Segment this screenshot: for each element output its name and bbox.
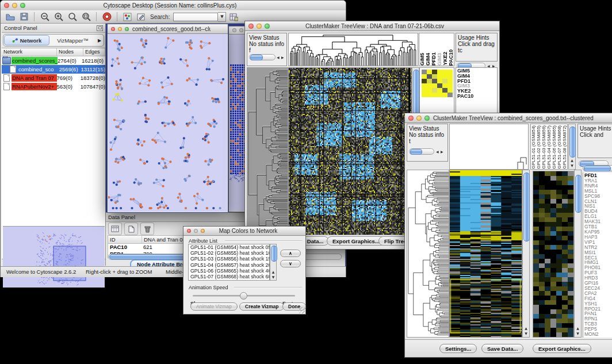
zoom-matrix-canvas[interactable] <box>422 70 453 97</box>
scrollbar-thumb[interactable] <box>523 173 530 242</box>
row-dendrogram-canvas-tv1[interactable] <box>247 68 288 235</box>
resize-grip[interactable] <box>299 307 305 313</box>
row-dendrogram-canvas-tv2[interactable] <box>407 170 449 337</box>
attribute-item[interactable]: GPL51-07 (GSM868) heat shock 60 min <box>190 274 269 279</box>
dialog-titlebar[interactable]: Map Colors to Network <box>183 227 305 236</box>
scroll-right-icon[interactable]: ▶ <box>281 55 284 60</box>
network-row[interactable]: RNAPuberNov2+ 563(0) 107847(0) <box>2 82 105 91</box>
delete-attribute-icon[interactable] <box>140 223 154 235</box>
column-label[interactable]: PAC10 <box>448 49 454 66</box>
scroll-down-icon[interactable]: ▼ <box>576 331 579 336</box>
column-label[interactable]: GIM4 <box>425 53 431 66</box>
treeview2-titlebar[interactable]: ClusterMaker TreeView : combined_scores_… <box>405 113 612 123</box>
column-label[interactable]: GIM3 <box>437 53 442 66</box>
column-label[interactable]: GPL51-07 (GSM868) <box>557 125 562 169</box>
view-status-hscrollbar[interactable] <box>249 54 276 60</box>
slider-thumb[interactable] <box>240 292 247 300</box>
column-label[interactable]: PFD1 <box>431 52 437 66</box>
create-vizmap-button[interactable]: Create Vizmap <box>239 302 284 311</box>
scrollbar-thumb[interactable] <box>584 166 611 171</box>
scroll-down-icon[interactable]: ▼ <box>571 163 573 168</box>
network-row[interactable]: combined_scores_ 2764(0) 16218(0) <box>2 56 105 65</box>
gene-list-hscrollbar[interactable] <box>583 165 612 171</box>
zoom-vscrollbar-tv2[interactable]: ▲▼ <box>574 170 582 338</box>
network-a-canvas[interactable] <box>108 34 227 212</box>
settings-button[interactable]: Settings... <box>439 344 477 353</box>
network-overview-canvas[interactable] <box>3 226 105 288</box>
column-label[interactable]: GPL51-06 (GSM865) <box>552 125 557 169</box>
float-panel-icon[interactable] <box>97 25 103 31</box>
column-label[interactable]: GPL51-01 (GSM854) <box>531 125 536 169</box>
zoom-button[interactable] <box>265 24 270 29</box>
close-button[interactable] <box>248 24 254 29</box>
help-lifering-icon[interactable] <box>101 12 113 22</box>
save-data-button-tv2[interactable]: Save Data... <box>481 344 523 353</box>
scroll-up-icon[interactable]: ▲ <box>272 270 275 274</box>
zoom-out-icon[interactable] <box>39 12 51 22</box>
scroll-down-icon[interactable]: ▼ <box>525 331 527 336</box>
attribute-item[interactable]: GPL51-03 (GSM856) heat shock 15 min <box>190 256 269 262</box>
main-titlebar[interactable]: Cytoscape Desktop (Session Name: collins… <box>1 1 346 11</box>
zoom-button[interactable] <box>424 116 430 121</box>
zoom-button[interactable] <box>201 229 205 233</box>
col-edges[interactable]: Edges <box>83 48 105 56</box>
attribute-item[interactable]: GPL51-01 (GSM854) heat shock 05 min <box>190 244 269 250</box>
column-label[interactable]: GPL51-02 (GSM855) <box>536 125 541 169</box>
network-a-titlebar[interactable]: combined_scores_good.txt--cluste... <box>108 24 228 34</box>
col-nodes[interactable]: Nodes <box>57 48 83 56</box>
zoom-selected-icon[interactable] <box>66 12 78 22</box>
column-label[interactable]: GPL51-08 (GSM872) <box>562 125 567 169</box>
close-button[interactable] <box>408 116 414 121</box>
network-row[interactable]: combined_sco 2569(6) 13112(15) <box>2 65 105 74</box>
attribute-item[interactable]: GPL51-02 (GSM855) heat shock 10 min <box>190 250 269 256</box>
select-attributes-icon[interactable] <box>108 223 122 235</box>
column-label[interactable]: YKE2 <box>442 52 448 66</box>
animate-vizmap-button[interactable]: Animate Vizmap <box>190 302 238 311</box>
heatmap-canvas-tv2[interactable] <box>450 170 522 337</box>
zoom-in-icon[interactable] <box>52 12 64 22</box>
zoom-heatmap-canvas-tv2[interactable] <box>533 171 573 337</box>
tab-network[interactable]: Network <box>4 35 49 45</box>
close-button[interactable] <box>4 3 9 8</box>
scroll-left-icon[interactable]: ◀ <box>436 150 439 154</box>
close-button[interactable] <box>187 229 191 233</box>
scroll-up-icon[interactable]: ▲ <box>576 326 579 331</box>
attribute-list-vscrollbar[interactable]: ▲▼ <box>270 244 277 281</box>
export-graphics-button-tv1[interactable]: Export Graphics... <box>327 236 385 246</box>
gene-label[interactable]: MON2 <box>584 332 612 337</box>
col-network[interactable]: Network <box>2 48 57 56</box>
open-session-button[interactable] <box>4 12 16 22</box>
scroll-down-icon[interactable]: ▼ <box>272 275 275 279</box>
column-dendrogram-canvas[interactable] <box>289 33 418 66</box>
scrollbar-thumb[interactable] <box>271 246 277 262</box>
close-button[interactable] <box>111 27 115 31</box>
search-dropdown-icon[interactable]: ▼ <box>218 12 226 22</box>
move-down-button[interactable]: ∨ <box>280 260 301 267</box>
column-label[interactable]: GPL51-04 (GSM857) <box>546 125 552 169</box>
minimize-button[interactable] <box>239 28 243 32</box>
scroll-right-icon[interactable]: ▶ <box>441 150 443 154</box>
scroll-left-icon[interactable]: ◀ <box>277 55 280 60</box>
col-id[interactable]: ID <box>108 236 142 243</box>
heatmap-vscrollbar-tv2[interactable]: ▲▼ <box>522 170 530 338</box>
scroll-up-icon[interactable]: ▲ <box>525 326 527 331</box>
scrollbar-thumb[interactable] <box>410 149 422 155</box>
heatmap-canvas-tv1[interactable] <box>289 68 411 235</box>
attribute-item[interactable]: GPL51-06 (GSM865) heat shock 40 min <box>190 268 269 274</box>
zoom-button[interactable] <box>125 27 129 31</box>
move-up-button[interactable]: ∧ <box>280 250 301 257</box>
minimize-button[interactable] <box>12 3 17 8</box>
save-session-button[interactable] <box>18 12 30 22</box>
treeview1-titlebar[interactable]: ClusterMaker TreeView : DNA and Tran 07-… <box>245 21 499 31</box>
zoom-fit-icon[interactable] <box>80 12 92 22</box>
gene-label[interactable]: PAC10 <box>457 94 497 99</box>
export-graphics-button-tv2[interactable]: Export Graphics... <box>533 344 591 353</box>
vizmapper-icon[interactable] <box>121 12 133 22</box>
search-input[interactable] <box>173 13 218 21</box>
column-labels-vscrollbar[interactable]: ▲▼ <box>568 124 576 170</box>
view-status-hscrollbar[interactable] <box>409 148 434 155</box>
minimize-button[interactable] <box>257 24 262 29</box>
close-button[interactable] <box>232 28 236 32</box>
new-attribute-icon[interactable] <box>124 223 138 235</box>
attribute-item[interactable]: GPL51-04 (GSM857) heat shock 20 min <box>190 262 269 268</box>
